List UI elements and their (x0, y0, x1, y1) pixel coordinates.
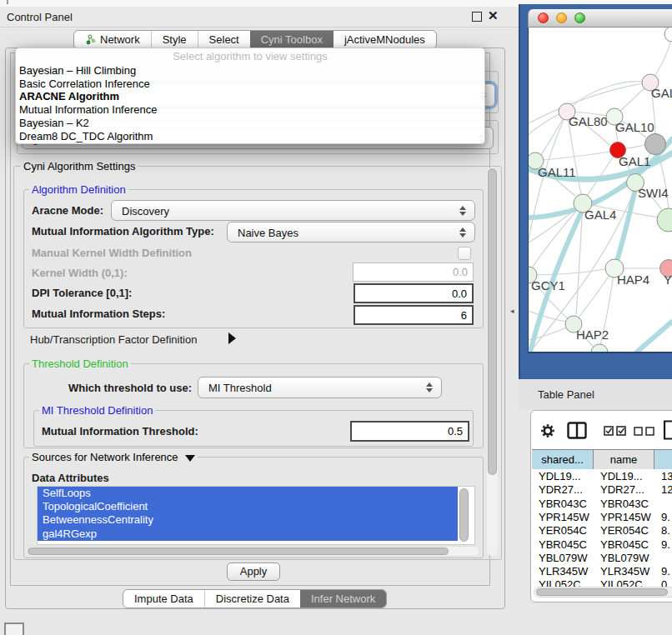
table-row[interactable]: YPR145WYPR145W9. (532, 510, 672, 523)
table-row[interactable]: YIL052CYIL052C0. (532, 578, 672, 587)
table-hscrollbar-thumb[interactable] (536, 588, 668, 596)
mi-steps-label: Mutual Information Steps: (32, 308, 165, 320)
minimize-traffic-light[interactable] (556, 12, 567, 23)
network-edge-thick (615, 186, 636, 267)
table-row[interactable]: YDR27...YDR27...12 (532, 482, 672, 496)
mi-threshold-title: MI Threshold Definition (39, 404, 155, 417)
table-panel: shared...name YDL19...YDL19...13YDR27...… (530, 410, 672, 602)
aracne-mode-combo[interactable]: Discovery (111, 200, 475, 221)
network-icon (85, 34, 96, 45)
aracne-mode-label: Aracne Mode: (32, 204, 103, 217)
gear-icon[interactable] (540, 423, 555, 438)
network-edge (567, 82, 650, 112)
dpi-tolerance-label: DPI Tolerance [0,1]: (32, 287, 132, 299)
control-panel-titlebar (0, 7, 519, 28)
unchecked-pair-icon[interactable] (634, 427, 655, 436)
tab-jactivemnodules[interactable]: jActiveMNodules (333, 31, 436, 48)
network-edge (529, 311, 568, 322)
columns-icon[interactable] (567, 422, 587, 439)
dropdown-item[interactable]: Basic Correlation Inference (19, 78, 150, 90)
network-node-label: GAL7 (651, 86, 672, 100)
float-icon[interactable] (472, 12, 482, 22)
network-canvas[interactable]: GAL7GAL80GAL10GAL1GAL11SWI4GAL4GCY1HAP4Y… (528, 28, 672, 353)
tab-style[interactable]: Style (151, 31, 198, 48)
data-attributes-list[interactable]: SelfLoopsTopologicalCoefficientBetweenne… (37, 486, 475, 545)
dropdown-item[interactable]: Dream8 DC_TDC Algorithm (19, 130, 153, 142)
zoom-traffic-light[interactable] (574, 12, 585, 23)
kernel-width-field[interactable]: 0.0 (353, 262, 474, 282)
table-panel-title: Table Panel (538, 388, 594, 401)
column-header[interactable]: name (594, 450, 654, 469)
mi-threshold-label: Mutual Information Threshold: (42, 425, 198, 438)
tab-infer-network[interactable]: Infer Network (300, 590, 386, 608)
attribute-item[interactable]: SelfLoops (38, 487, 458, 500)
algorithm-definition-title: Algorithm Definition (29, 183, 128, 196)
which-threshold-combo[interactable]: MI Threshold (198, 377, 442, 398)
bottom-tab-bar: Impute DataDiscretize DataInfer Network (123, 589, 387, 608)
network-node[interactable] (657, 208, 672, 232)
network-node-label: GAL4 (584, 208, 616, 222)
combo-spinner-icon (459, 206, 467, 216)
dpi-tolerance-field[interactable]: 0.0 (354, 283, 474, 303)
data-attributes-label: Data Attributes (32, 472, 109, 484)
table-row[interactable]: YBR043CYBR043C (532, 497, 672, 510)
table-row[interactable]: YER054CYER054C8. (532, 523, 672, 537)
mi-steps-field[interactable]: 6 (354, 305, 474, 325)
which-threshold-label: Which threshold to use: (68, 382, 192, 394)
checked-pair-icon[interactable] (604, 426, 627, 436)
document-icon[interactable] (663, 420, 672, 440)
manual-kernel-label: Manual Kernel Width Definition (32, 247, 192, 259)
manual-kernel-checkbox[interactable] (458, 247, 471, 260)
dropdown-item[interactable]: Bayesian – Hill Climbing (19, 64, 136, 77)
close-icon[interactable]: ✕ (488, 8, 499, 23)
network-node[interactable] (591, 344, 608, 353)
cyni-settings-title: Cyni Algorithm Settings (21, 160, 138, 172)
table-row[interactable]: YLR345WYLR345W9. (532, 564, 672, 578)
attr-list-scrollbar-thumb[interactable] (459, 488, 469, 542)
apply-button[interactable]: Apply (227, 562, 280, 581)
close-traffic-light[interactable] (538, 12, 549, 23)
hub-definition-label[interactable]: Hub/Transcription Factor Definition (30, 333, 197, 346)
network-node[interactable] (645, 134, 666, 155)
network-node-label: GAL1 (619, 154, 650, 168)
network-node[interactable] (664, 28, 672, 42)
network-node-label: GAL80 (569, 114, 608, 128)
tab-impute-data[interactable]: Impute Data (123, 590, 204, 608)
top-tab-bar: NetworkStyleSelectCyni ToolboxjActiveMNo… (73, 30, 437, 49)
tab-network[interactable]: Network (74, 31, 151, 48)
mini-window-icon[interactable] (4, 622, 24, 635)
network-node-label: HAP4 (617, 272, 649, 287)
column-header[interactable]: shared... (532, 450, 594, 469)
network-node-label: HAP2 (576, 328, 609, 342)
table-row[interactable]: YBL079WYBL079W (532, 551, 672, 564)
table-row[interactable]: YDL19...YDL19...13 (532, 469, 672, 482)
column-header[interactable] (654, 450, 672, 469)
network-edge (529, 114, 559, 134)
network-window-titlebar[interactable] (528, 9, 672, 28)
attribute-item[interactable]: gal4RGexp (38, 528, 458, 541)
table-row[interactable]: YBR045CYBR045C9. (532, 538, 672, 551)
threshold-definition-title: Threshold Definition (29, 358, 131, 370)
attribute-item[interactable]: TopologicalCoefficient (38, 500, 458, 513)
tab-select[interactable]: Select (198, 31, 250, 48)
sources-hscrollbar-thumb[interactable] (28, 548, 449, 555)
tab-cyni-toolbox[interactable]: Cyni Toolbox (250, 31, 333, 48)
splitpane-arrow-icon[interactable]: ◂ (510, 307, 514, 315)
settings-scrollbar-thumb[interactable] (488, 168, 497, 475)
sources-title: Sources for Network Inference (29, 451, 198, 463)
dropdown-item[interactable]: ARACNE Algorithm (19, 90, 119, 102)
network-edge (529, 269, 605, 275)
dropdown-item[interactable]: Mutual Information Inference (19, 103, 157, 116)
network-node-label: GAL10 (615, 120, 654, 134)
mi-type-combo[interactable]: Naive Bayes (227, 222, 475, 242)
dropdown-item[interactable]: Bayesian – K2 (19, 117, 89, 129)
tab-discretize-data[interactable]: Discretize Data (204, 590, 300, 608)
collapse-icon[interactable] (185, 455, 195, 462)
hub-expand-icon[interactable] (228, 332, 236, 344)
screen: Control Panel ✕ NetworkStyleSelectCyni T… (0, 0, 672, 635)
mi-threshold-field[interactable]: 0.5 (350, 421, 469, 442)
combo-spinner-icon (426, 382, 434, 392)
attribute-item[interactable]: BetweennessCentrality (38, 513, 458, 527)
combo-spinner-icon (459, 228, 467, 238)
dropdown-hint: Select algorithm to view settings (16, 50, 484, 62)
